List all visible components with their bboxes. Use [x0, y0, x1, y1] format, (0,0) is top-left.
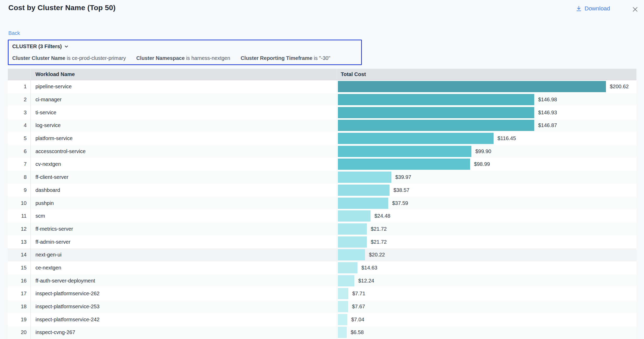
header-total-cost[interactable]: Total Cost — [337, 69, 636, 80]
cost-value: $7.04 — [351, 317, 364, 323]
workload-name: ff-auth-server-deployment — [31, 274, 337, 287]
total-cost-cell: $39.97 — [337, 171, 636, 184]
workload-name: log-service — [31, 119, 337, 132]
table-row[interactable]: 3 ti-service $146.93 — [8, 106, 636, 119]
total-cost-cell: $24.48 — [337, 210, 636, 223]
download-label: Download — [585, 5, 610, 12]
table-row[interactable]: 9 dashboard $38.57 — [8, 184, 636, 197]
cost-value: $6.58 — [351, 329, 364, 335]
workload-name: inspect-platformservice-242 — [31, 313, 337, 326]
total-cost-cell: $7.04 — [337, 313, 636, 326]
cost-value: $7.71 — [352, 291, 365, 297]
workload-name: ti-service — [31, 106, 337, 119]
filter-summary: Cluster Cluster Name is ce-prod-cluster-… — [12, 55, 357, 61]
page-title: Cost by Cluster Name (Top 50) — [8, 4, 116, 12]
table-row[interactable]: 15 ce-nextgen $14.63 — [8, 261, 636, 274]
cost-value: $146.87 — [538, 122, 557, 128]
table-row[interactable]: 20 inspect-cvng-267 $6.58 — [8, 326, 636, 339]
total-cost-cell: $20.22 — [337, 248, 636, 261]
cost-bar — [338, 262, 357, 273]
table-row[interactable]: 13 ff-admin-server $21.72 — [8, 235, 636, 248]
workload-name: dashboard — [31, 184, 337, 197]
table-row[interactable]: 14 next-gen-ui $20.22 — [8, 248, 636, 261]
cost-bar — [338, 249, 365, 260]
cost-bar — [338, 288, 348, 299]
cost-value: $21.72 — [371, 226, 387, 232]
row-rank: 16 — [8, 274, 31, 287]
row-rank: 9 — [8, 184, 31, 197]
row-rank: 14 — [8, 248, 31, 261]
filter-group-toggle[interactable]: CLUSTER (3 Filters) — [12, 43, 69, 49]
header-rank — [8, 69, 31, 80]
total-cost-cell: $7.71 — [337, 287, 636, 300]
table-row[interactable]: 5 platform-service $116.45 — [8, 132, 636, 145]
download-button[interactable]: Download — [576, 5, 610, 12]
table-row[interactable]: 6 accesscontrol-service $99.90 — [8, 145, 636, 158]
cost-bar — [338, 120, 534, 131]
workload-name: ff-admin-server — [31, 235, 337, 248]
total-cost-cell: $37.59 — [337, 197, 636, 210]
workload-name: inspect-cvng-267 — [31, 326, 337, 339]
table-row[interactable]: 12 ff-metrics-server $21.72 — [8, 223, 636, 236]
cost-bar — [338, 107, 534, 118]
row-rank: 2 — [8, 93, 31, 106]
filter-group-label: CLUSTER (3 Filters) — [12, 43, 62, 49]
filter-condition: Cluster Reporting Timeframe is "-30" — [241, 55, 330, 61]
row-rank: 12 — [8, 223, 31, 236]
table-row[interactable]: 8 ff-client-server $39.97 — [8, 171, 636, 184]
table-row[interactable]: 18 inspect-platformservice-253 $7.67 — [8, 300, 636, 313]
cost-bar — [338, 301, 348, 312]
cost-value: $116.45 — [497, 135, 516, 141]
total-cost-cell: $98.99 — [337, 158, 636, 171]
cost-bar — [338, 198, 388, 209]
row-rank: 5 — [8, 132, 31, 145]
total-cost-cell: $21.72 — [337, 223, 636, 236]
table-row[interactable]: 17 inspect-platformservice-262 $7.71 — [8, 287, 636, 300]
total-cost-cell: $146.87 — [337, 119, 636, 132]
total-cost-cell: $21.72 — [337, 235, 636, 248]
workload-name: ce-nextgen — [31, 261, 337, 274]
cost-value: $21.72 — [371, 239, 387, 245]
cost-value: $146.98 — [538, 97, 557, 103]
table-row[interactable]: 19 inspect-platformservice-242 $7.04 — [8, 313, 636, 326]
row-rank: 15 — [8, 261, 31, 274]
table-row[interactable]: 11 scm $24.48 — [8, 210, 636, 223]
table-row[interactable]: 2 ci-manager $146.98 — [8, 93, 636, 106]
row-rank: 6 — [8, 145, 31, 158]
cost-table: Workload Name Total Cost 1 pipeline-serv… — [8, 69, 636, 339]
cost-value: $39.97 — [395, 174, 411, 180]
table-row[interactable]: 16 ff-auth-server-deployment $12.24 — [8, 274, 636, 287]
table-row[interactable]: 10 pushpin $37.59 — [8, 197, 636, 210]
total-cost-cell: $14.63 — [337, 261, 636, 274]
workload-name: inspect-platformservice-262 — [31, 287, 337, 300]
workload-name: next-gen-ui — [31, 248, 337, 261]
table-row[interactable]: 4 log-service $146.87 — [8, 119, 636, 132]
cost-bar — [338, 327, 347, 338]
row-rank: 8 — [8, 171, 31, 184]
table-row[interactable]: 7 cv-nextgen $98.99 — [8, 158, 636, 171]
table-header: Workload Name Total Cost — [8, 69, 636, 80]
cost-bar — [338, 159, 470, 170]
cost-bar — [338, 94, 534, 105]
close-button[interactable] — [631, 5, 639, 14]
row-rank: 1 — [8, 80, 31, 93]
cost-value: $98.99 — [474, 161, 490, 167]
cost-value: $37.59 — [392, 200, 408, 206]
cost-value: $20.22 — [369, 252, 385, 258]
row-rank: 3 — [8, 106, 31, 119]
row-rank: 19 — [8, 313, 31, 326]
cost-value: $7.67 — [352, 304, 365, 310]
workload-name: inspect-platformservice-253 — [31, 300, 337, 313]
cost-bar — [338, 210, 370, 222]
cost-bar — [338, 172, 391, 183]
workload-name: cv-nextgen — [31, 158, 337, 171]
total-cost-cell: $200.62 — [337, 80, 636, 93]
filter-condition: Cluster Namespace is harness-nextgen — [136, 55, 230, 61]
table-row[interactable]: 1 pipeline-service $200.62 — [8, 80, 636, 93]
total-cost-cell: $146.93 — [337, 106, 636, 119]
cost-value: $14.63 — [361, 265, 377, 271]
header-workload-name[interactable]: Workload Name — [31, 69, 337, 80]
filter-panel: CLUSTER (3 Filters) Cluster Cluster Name… — [8, 40, 362, 65]
table-body: 1 pipeline-service $200.62 2 ci-manager … — [8, 80, 636, 339]
back-link[interactable]: Back — [8, 30, 20, 36]
